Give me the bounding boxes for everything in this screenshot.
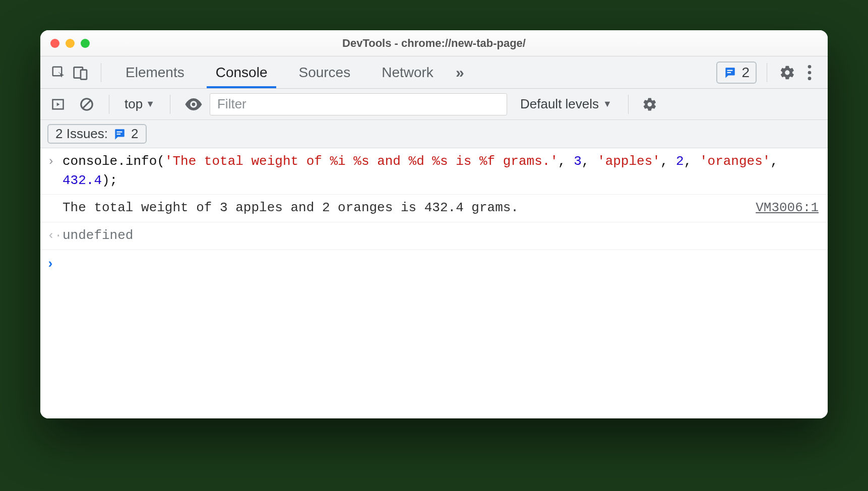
toggle-console-sidebar-icon[interactable]: [49, 97, 67, 111]
tab-network[interactable]: Network: [367, 56, 448, 88]
issue-icon: [113, 128, 126, 141]
svg-rect-3: [727, 70, 733, 71]
dropdown-triangle-icon: ▼: [603, 99, 612, 109]
svg-rect-2: [81, 70, 87, 79]
dropdown-triangle-icon: ▼: [146, 99, 155, 109]
issues-chip-count: 2: [131, 126, 138, 142]
console-toolbar: top ▼ Default levels ▼: [40, 89, 828, 120]
tab-console[interactable]: Console: [202, 56, 282, 88]
titlebar: DevTools - chrome://new-tab-page/: [40, 30, 828, 56]
issues-chip[interactable]: 2 Issues: 2: [47, 124, 147, 144]
window-controls: [50, 39, 90, 48]
tab-elements[interactable]: Elements: [111, 56, 199, 88]
console-output: › console.info('The total weight of %i %…: [40, 148, 828, 418]
separator: [101, 63, 101, 82]
device-toolbar-icon[interactable]: [71, 65, 91, 80]
console-return-value: ‹· undefined: [40, 222, 828, 250]
console-settings-gear-icon[interactable]: [640, 97, 660, 112]
separator: [767, 63, 767, 82]
close-window-button[interactable]: [50, 39, 59, 48]
log-text: The total weight of 3 apples and 2 orang…: [63, 199, 747, 218]
more-tabs-icon[interactable]: »: [451, 64, 469, 81]
svg-point-6: [808, 71, 812, 74]
svg-point-5: [808, 65, 812, 69]
separator: [109, 95, 109, 114]
issue-icon: [723, 66, 736, 79]
console-prompt: ›: [40, 250, 828, 278]
separator: [628, 95, 629, 114]
filter-input[interactable]: [210, 93, 507, 115]
issues-counter[interactable]: 2: [716, 62, 757, 84]
inspect-element-icon[interactable]: [49, 65, 68, 80]
kebab-menu-icon[interactable]: [800, 65, 819, 80]
svg-point-7: [808, 77, 812, 80]
return-caret-icon: ‹·: [47, 226, 63, 245]
svg-rect-13: [117, 133, 121, 134]
return-value: undefined: [63, 226, 819, 245]
svg-rect-12: [117, 131, 122, 132]
tab-sources[interactable]: Sources: [284, 56, 364, 88]
prompt-caret-icon: ›: [46, 255, 61, 274]
input-code: console.info('The total weight of %i %s …: [63, 152, 819, 190]
clear-console-icon[interactable]: [76, 97, 98, 112]
input-caret-icon: ›: [47, 152, 63, 190]
svg-rect-4: [727, 72, 731, 73]
levels-label: Default levels: [520, 96, 599, 112]
execution-context-selector[interactable]: top ▼: [120, 96, 159, 112]
console-input-echo: › console.info('The total weight of %i %…: [40, 148, 828, 195]
window-title: DevTools - chrome://new-tab-page/: [40, 37, 828, 50]
live-expression-eye-icon[interactable]: [181, 98, 206, 110]
svg-line-10: [83, 100, 91, 108]
devtools-window: DevTools - chrome://new-tab-page/ Elemen…: [40, 30, 828, 418]
separator: [170, 95, 170, 114]
context-label: top: [125, 96, 143, 112]
main-tabbar: Elements Console Sources Network » 2: [40, 56, 828, 89]
issues-label: 2 Issues:: [55, 126, 108, 142]
gutter-blank: [47, 199, 63, 218]
log-levels-selector[interactable]: Default levels ▼: [520, 96, 612, 112]
console-log-message: The total weight of 3 apples and 2 orang…: [40, 195, 828, 222]
minimize-window-button[interactable]: [66, 39, 75, 48]
source-link[interactable]: VM3006:1: [756, 199, 819, 218]
svg-point-11: [192, 102, 196, 106]
console-input[interactable]: [61, 255, 819, 274]
issues-count: 2: [741, 65, 750, 81]
issues-bar: 2 Issues: 2: [40, 120, 828, 148]
zoom-window-button[interactable]: [81, 39, 90, 48]
settings-gear-icon[interactable]: [777, 65, 797, 81]
